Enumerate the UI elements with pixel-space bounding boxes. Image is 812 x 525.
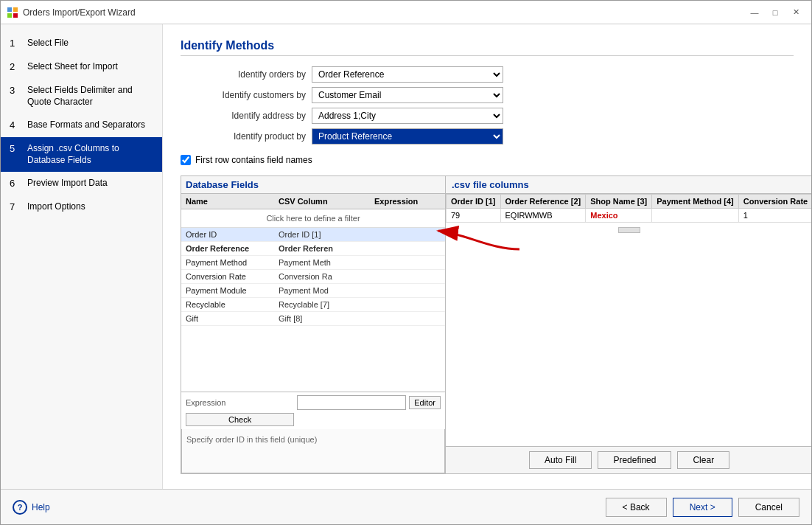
expression-input[interactable] xyxy=(297,395,406,410)
titlebar: Orders Import/Export Wizard — □ ✕ xyxy=(1,1,811,24)
filter-row[interactable]: Click here to define a filter xyxy=(181,209,445,228)
app-icon xyxy=(7,7,18,18)
col-header-order-id: Order ID [1] xyxy=(447,195,501,209)
titlebar-controls: — □ ✕ xyxy=(745,5,805,20)
col-header-conversion: Conversion Rate xyxy=(738,195,811,209)
identify-orders-select[interactable]: Order Reference xyxy=(312,66,503,83)
field-name: Order Reference xyxy=(186,244,279,253)
sidebar-item-3[interactable]: 3 Select Fields Delimiter and Quote Char… xyxy=(1,79,162,114)
csv-header-row: Order ID [1] Order Reference [2] Shop Na… xyxy=(447,195,812,209)
next-button[interactable]: Next > xyxy=(673,498,732,517)
csv-table-wrap: Order ID [1] Order Reference [2] Shop Na… xyxy=(446,194,811,446)
identify-customers-label: Identify customers by xyxy=(181,90,306,100)
identify-product-select[interactable]: Product Reference xyxy=(312,128,503,145)
step-number: 7 xyxy=(10,201,21,212)
field-name: Payment Method xyxy=(186,258,279,267)
cell-shop-name: Mexico xyxy=(586,209,652,223)
scrollbar[interactable] xyxy=(618,227,640,233)
identify-address-select[interactable]: Address 1;City xyxy=(312,108,503,124)
sidebar-item-5[interactable]: 5 Assign .csv Columns to Database Fields xyxy=(1,137,162,172)
sidebar-item-6[interactable]: 6 Preview Import Data xyxy=(1,172,162,195)
field-name: Payment Module xyxy=(186,286,279,295)
field-name: Conversion Rate xyxy=(186,272,279,281)
col-csv-header: CSV Column xyxy=(279,197,374,206)
csv-col: Order Referen xyxy=(279,244,374,253)
csv-col: Recyclable [7] xyxy=(279,300,374,309)
predefined-button[interactable]: Predefined xyxy=(598,451,671,469)
field-name: Order ID xyxy=(186,230,279,239)
sidebar: 1 Select File 2 Select Sheet for Import … xyxy=(1,24,163,489)
svg-rect-1 xyxy=(13,7,18,12)
check-button[interactable]: Check xyxy=(186,413,294,426)
footer: ? Help < Back Next > Cancel xyxy=(1,489,811,524)
sidebar-item-7[interactable]: 7 Import Options xyxy=(1,195,162,219)
step-label: Select Fields Delimiter and Quote Charac… xyxy=(27,85,153,108)
csv-buttons: Auto Fill Predefined Clear xyxy=(446,446,811,473)
help-link[interactable]: ? Help xyxy=(13,500,50,515)
section-title: Identify Methods xyxy=(181,39,794,56)
table-row[interactable]: Payment Module Payment Mod xyxy=(181,284,445,298)
identify-address-label: Identify address by xyxy=(181,111,306,121)
svg-rect-3 xyxy=(13,13,18,18)
step-label: Import Options xyxy=(27,201,85,213)
maximize-button[interactable]: □ xyxy=(766,5,785,20)
first-row-checkbox-row: First row contains field names xyxy=(181,155,794,165)
sidebar-item-4[interactable]: 4 Base Formats and Separators xyxy=(1,114,162,137)
window-title: Orders Import/Export Wizard xyxy=(23,7,136,18)
step-label: Preview Import Data xyxy=(27,178,108,190)
step-label: Select File xyxy=(27,38,69,49)
step-number: 6 xyxy=(10,178,21,189)
csv-panel: .csv file columns Order ID [1] Order Ref… xyxy=(446,175,811,474)
main-area: Identify Methods Identify orders by Orde… xyxy=(163,24,811,489)
cancel-button[interactable]: Cancel xyxy=(738,498,799,517)
step-label: Assign .csv Columns to Database Fields xyxy=(27,143,153,166)
step-label: Base Formats and Separators xyxy=(27,119,145,131)
step-number: 3 xyxy=(10,85,21,96)
cell-order-ref: EQIRWMWB xyxy=(500,209,586,223)
db-fields-list: Order ID Order ID [1] Order Reference Or… xyxy=(181,228,445,392)
back-button[interactable]: < Back xyxy=(606,498,667,517)
field-name: Gift xyxy=(186,314,279,323)
csv-col: Payment Meth xyxy=(279,258,374,267)
table-row[interactable]: Order Reference Order Referen xyxy=(181,242,445,256)
close-button[interactable]: ✕ xyxy=(786,5,805,20)
csv-col: Payment Mod xyxy=(279,286,374,295)
main-window: Orders Import/Export Wizard — □ ✕ 1 Sele… xyxy=(0,0,812,525)
sidebar-item-2[interactable]: 2 Select Sheet for Import xyxy=(1,55,162,79)
table-row[interactable]: Conversion Rate Conversion Ra xyxy=(181,270,445,284)
svg-rect-0 xyxy=(7,7,12,12)
help-label: Help xyxy=(32,502,50,512)
col-header-payment: Payment Method [4] xyxy=(652,195,739,209)
first-row-label: First row contains field names xyxy=(195,155,312,165)
auto-fill-button[interactable]: Auto Fill xyxy=(529,451,592,469)
identify-grid: Identify orders by Order Reference Ident… xyxy=(181,66,794,145)
csv-table: Order ID [1] Order Reference [2] Shop Na… xyxy=(446,194,811,223)
db-fields-header: Name CSV Column Expression xyxy=(181,194,445,209)
db-fields-panel: Database Fields Name CSV Column Expressi… xyxy=(181,175,446,474)
table-row[interactable]: Gift Gift [8] xyxy=(181,312,445,326)
first-row-checkbox[interactable] xyxy=(181,155,191,165)
identify-product-label: Identify product by xyxy=(181,131,306,142)
table-row[interactable]: Payment Method Payment Meth xyxy=(181,256,445,270)
step-number: 4 xyxy=(10,119,21,131)
titlebar-left: Orders Import/Export Wizard xyxy=(7,7,136,18)
editor-button[interactable]: Editor xyxy=(409,396,441,409)
svg-rect-2 xyxy=(7,13,12,18)
content: 1 Select File 2 Select Sheet for Import … xyxy=(1,24,811,489)
csv-panel-title: .csv file columns xyxy=(446,176,811,194)
step-number: 2 xyxy=(10,61,21,72)
table-row[interactable]: Order ID Order ID [1] xyxy=(181,228,445,242)
identify-customers-select[interactable]: Customer Email xyxy=(312,87,503,103)
minimize-button[interactable]: — xyxy=(745,5,764,20)
step-number: 1 xyxy=(10,38,21,49)
csv-data-row: 79 EQIRWMWB Mexico 1 xyxy=(447,209,812,223)
footer-nav: < Back Next > Cancel xyxy=(606,498,799,517)
clear-button[interactable]: Clear xyxy=(677,451,729,469)
step-label: Select Sheet for Import xyxy=(27,61,118,73)
col-expression-header: Expression xyxy=(374,197,441,206)
col-name-header: Name xyxy=(186,197,279,206)
sidebar-item-1[interactable]: 1 Select File xyxy=(1,32,162,55)
table-row[interactable]: Recyclable Recyclable [7] xyxy=(181,298,445,312)
help-icon: ? xyxy=(13,500,27,515)
csv-col: Order ID [1] xyxy=(279,230,374,239)
